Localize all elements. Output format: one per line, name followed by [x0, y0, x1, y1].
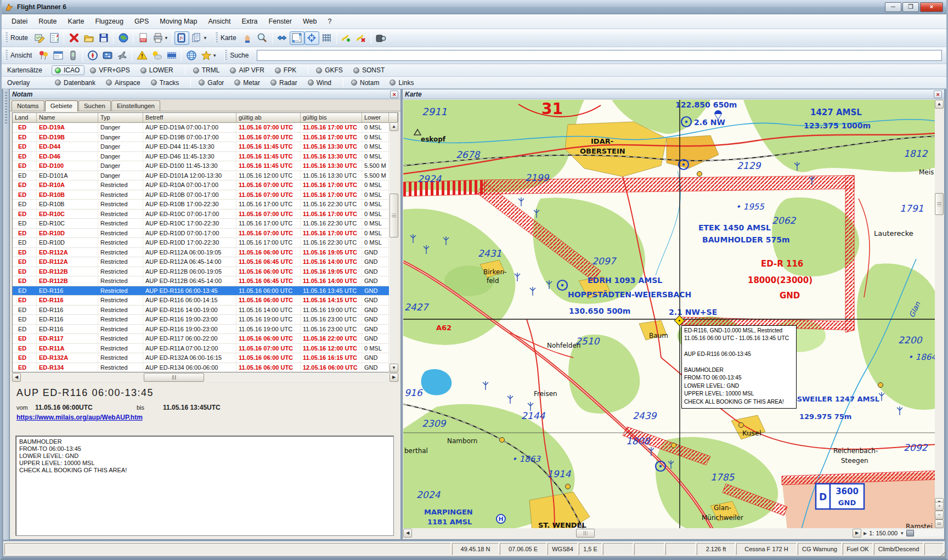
plane-icon[interactable]: [115, 49, 129, 63]
scroll-thumb[interactable]: [144, 373, 204, 382]
table-row[interactable]: EDED-R116RestrictedAUP ED-R116 14:00-19:…: [13, 306, 389, 315]
moving-map-icon[interactable]: [174, 31, 189, 45]
pan-hand-icon[interactable]: [240, 31, 255, 45]
table-vertical-scrollbar[interactable]: ▲ ▼: [390, 122, 398, 372]
mapset-option-sonst[interactable]: SONST: [350, 65, 390, 75]
scroll-left-icon[interactable]: ◀: [403, 529, 412, 538]
overlay-option-gafor[interactable]: Gafor: [195, 78, 229, 88]
tab-einstellungen[interactable]: Einstellungen: [111, 100, 160, 111]
scroll-up-icon[interactable]: ▲: [390, 122, 398, 131]
toolbar-grip[interactable]: [224, 50, 227, 61]
menu-item-?[interactable]: ?: [322, 15, 337, 27]
pdf-export-icon[interactable]: PDF: [136, 31, 150, 45]
table-row[interactable]: EDED-R112BRestrictedAUP ED-R112B 06:00-1…: [13, 267, 389, 277]
route-editor-icon[interactable]: [32, 31, 47, 45]
table-row[interactable]: EDED-R132ARestrictedAUP ED-R132A 06:00-1…: [13, 353, 389, 363]
tab-suchen[interactable]: Suchen: [78, 100, 111, 111]
snapshot-icon[interactable]: [374, 31, 388, 45]
table-row[interactable]: EDED-R112ARestrictedAUP ED-R112A 06:45-1…: [13, 257, 389, 267]
overlay-option-wind[interactable]: Wind: [304, 78, 336, 88]
balloons-icon[interactable]: [36, 49, 50, 63]
scroll-layout-icon[interactable]: [290, 31, 304, 45]
mapset-option-fpk[interactable]: FPK: [272, 65, 301, 75]
map-vertical-scrollbar[interactable]: ▲ ▼: [935, 100, 944, 507]
zoom-magnifier-icon[interactable]: [255, 31, 270, 45]
table-row[interactable]: EDED-D19BDangerAUP ED-D19B 07:00-17:0011…: [13, 133, 389, 143]
table-row[interactable]: EDED-R10DRestrictedAUP ED-R10D 17:00-22:…: [13, 238, 389, 248]
maximize-button[interactable]: ❐: [902, 2, 919, 12]
column-header-betreff[interactable]: Betreff: [143, 113, 236, 123]
table-row[interactable]: EDED-D19ADangerAUP ED-D19A 07:00-17:0011…: [13, 123, 389, 133]
mapset-option-aip-vfr[interactable]: AIP VFR: [227, 65, 269, 75]
scroll-thumb[interactable]: [390, 194, 398, 237]
menu-item-karte[interactable]: Karte: [63, 15, 90, 27]
table-row[interactable]: EDED-R11ARestrictedAUP ED-R11A 07:00-12:…: [13, 344, 389, 354]
overlay-option-notam[interactable]: Notam: [348, 78, 384, 88]
aeronautical-chart[interactable]: H D 3600 GND 2911122.850 650m2.6 NW1427 …: [403, 100, 941, 531]
report-pages-icon[interactable]: [189, 31, 204, 45]
column-header-lower[interactable]: Lower: [362, 113, 389, 123]
tab-gebiete[interactable]: Gebiete: [45, 100, 78, 111]
toolbar-grip[interactable]: [5, 50, 8, 61]
save-icon[interactable]: [96, 31, 111, 45]
mapset-option-icao[interactable]: ICAO: [52, 65, 84, 75]
table-row[interactable]: EDED-R10BRestrictedAUP ED-R10B 17:00-22:…: [13, 200, 389, 210]
toolbar-grip[interactable]: [215, 32, 218, 43]
compass-icon[interactable]: [85, 49, 100, 63]
map-horizontal-scrollbar[interactable]: ◀ ▶: [403, 529, 861, 538]
overlay-option-datenbank[interactable]: Datenbank: [52, 78, 100, 88]
search-input[interactable]: [257, 50, 942, 61]
menu-item-route[interactable]: Route: [33, 15, 62, 27]
table-row[interactable]: EDED-R112BRestrictedAUP ED-R112B 06:45-1…: [13, 276, 389, 286]
table-row[interactable]: EDED-R116RestrictedAUP ED-R116 06:00-14:…: [13, 296, 389, 306]
column-header-land[interactable]: Land: [13, 113, 37, 123]
scroll-up-icon[interactable]: ▲: [935, 100, 944, 109]
overlay-option-airspace[interactable]: Airspace: [103, 78, 145, 88]
open-folder-icon[interactable]: [81, 31, 96, 45]
scroll-thumb[interactable]: [935, 193, 944, 215]
column-header-typ[interactable]: Typ: [98, 113, 143, 123]
table-row[interactable]: EDED-R116RestrictedAUP ED-R116 19:00-23:…: [13, 315, 389, 325]
crosshair-icon[interactable]: [304, 31, 319, 45]
table-row[interactable]: EDED-R10CRestrictedAUP ED-R10C 07:00-17:…: [13, 210, 389, 219]
menu-item-gps[interactable]: GPS: [129, 15, 154, 27]
tuner-icon[interactable]: [100, 49, 115, 63]
table-row[interactable]: EDED-R112ARestrictedAUP ED-R112A 06:00-1…: [13, 248, 389, 258]
table-row[interactable]: EDED-R117RestrictedAUP ED-R117 06:00-22:…: [13, 334, 389, 344]
weather-icon[interactable]: [149, 49, 164, 63]
swap-arrows-icon[interactable]: [275, 31, 290, 45]
zoom-out-icon[interactable]: −: [935, 511, 944, 519]
route-list-icon[interactable]: ✗✓: [47, 31, 61, 45]
map-viewport[interactable]: H D 3600 GND 2911122.850 650m2.6 NW1427 …: [403, 100, 941, 531]
notam-close-icon[interactable]: ×: [390, 90, 398, 98]
table-row[interactable]: EDED-R134RestrictedAUP ED-R134 06:00-06:…: [13, 363, 389, 372]
close-button[interactable]: ×: [920, 2, 943, 12]
table-row[interactable]: EDED-R116RestrictedAUP ED-R116 06:00-13:…: [13, 286, 389, 296]
table-horizontal-scrollbar[interactable]: ◀ ▶: [12, 373, 398, 382]
mapset-option-trml[interactable]: TRML: [190, 65, 225, 75]
scale-dropdown-icon[interactable]: ▼: [900, 531, 904, 536]
scroll-right-icon[interactable]: ▶: [390, 373, 398, 382]
save-view-icon[interactable]: [906, 530, 914, 536]
route-add-icon[interactable]: [339, 31, 354, 45]
scroll-left-icon[interactable]: ◀: [12, 373, 21, 382]
tab-notams[interactable]: Notams: [12, 100, 44, 111]
overlay-option-radar[interactable]: Radar: [267, 78, 302, 88]
overlay-option-metar[interactable]: Metar: [231, 78, 265, 88]
preview-window-icon[interactable]: [50, 49, 65, 63]
globe-icon[interactable]: [184, 49, 199, 63]
table-row[interactable]: EDED-R10CRestrictedAUP ED-R10C 17:00-22:…: [13, 219, 389, 229]
grid-icon[interactable]: [319, 31, 334, 45]
mapset-option-lower[interactable]: LOWER: [137, 65, 178, 75]
warning-icon[interactable]: !: [134, 49, 149, 63]
scroll-down-icon[interactable]: ▼: [390, 364, 398, 372]
delete-route-icon[interactable]: [66, 31, 81, 45]
column-header-gültig-bis[interactable]: gültig bis: [301, 113, 362, 123]
menu-item-moving-map[interactable]: Moving Map: [154, 15, 202, 27]
mapset-option-vfr-gps[interactable]: VFR+GPS: [87, 65, 134, 75]
zoom-fit-icon[interactable]: ▭: [935, 519, 944, 528]
aup-link[interactable]: https://www.milais.org/aup/WebAUP.htm: [16, 414, 143, 421]
gps-device-icon[interactable]: [65, 49, 80, 63]
menu-item-extra[interactable]: Extra: [236, 15, 263, 27]
table-row[interactable]: EDED-R10DRestrictedAUP ED-R10D 07:00-17:…: [13, 229, 389, 239]
